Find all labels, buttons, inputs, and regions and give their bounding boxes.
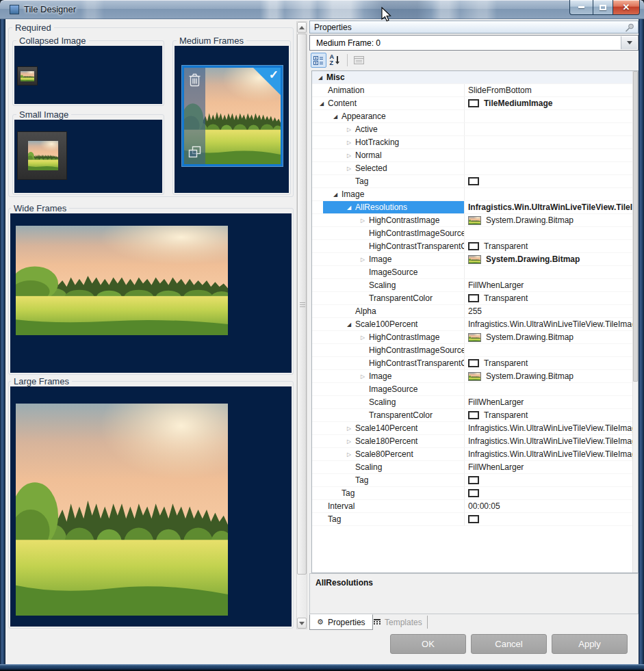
property-name-cell[interactable]: Tag	[312, 474, 464, 486]
wide-frame-image[interactable]	[16, 226, 228, 335]
expand-glyph[interactable]: ▷	[345, 425, 353, 432]
grid-row[interactable]: ▷Scale140PercentInfragistics.Win.UltraWi…	[312, 422, 632, 435]
maximize-button[interactable]	[593, 0, 613, 15]
collapse-glyph[interactable]: ◢	[345, 204, 353, 211]
property-value-cell[interactable]: FillWhenLarger	[464, 279, 632, 291]
value-checkbox[interactable]	[468, 489, 479, 497]
minimize-button[interactable]	[569, 0, 593, 15]
property-value-cell[interactable]	[464, 175, 632, 187]
property-name-cell[interactable]: Tag	[312, 175, 464, 187]
collapsed-image-thumbnail[interactable]	[17, 66, 38, 85]
property-name-cell[interactable]: ◢Content	[312, 97, 464, 109]
value-checkbox[interactable]	[468, 515, 479, 523]
pin-icon[interactable]	[624, 23, 634, 32]
grid-row[interactable]: ScalingFillWhenLarger	[312, 396, 632, 409]
property-name-cell[interactable]: HighContrastTransparentColor	[312, 240, 464, 252]
grid-row[interactable]: ▷Scale80PercentInfragistics.Win.UltraWin…	[312, 448, 632, 461]
grid-row[interactable]: ▷Image System.Drawing.Bitmap	[312, 253, 632, 266]
property-grid[interactable]: ◢MiscAnimationSlideFromBottom◢ContentTil…	[311, 70, 639, 573]
small-image-thumbnail[interactable]	[17, 131, 67, 180]
grid-scrollbar-thumb[interactable]	[633, 71, 638, 382]
property-name-cell[interactable]: ▷Normal	[312, 149, 464, 161]
property-name-cell[interactable]: ImageSource	[312, 266, 464, 278]
grid-row[interactable]: TransparentColorTransparent	[312, 292, 632, 305]
grid-row[interactable]: TransparentColorTransparent	[312, 409, 632, 422]
property-value-cell[interactable]	[464, 227, 632, 239]
scroll-up-button[interactable]	[297, 22, 307, 33]
property-value-cell[interactable]: TileMediumImage	[464, 97, 632, 109]
alphabetical-sort-button[interactable]: AZ	[327, 53, 343, 68]
grid-row[interactable]: HighContrastImageSource	[312, 344, 632, 357]
tab-templates[interactable]: Templates	[367, 614, 429, 630]
property-name-cell[interactable]: Scaling	[312, 279, 464, 291]
grid-row[interactable]: ▷HighContrastImage System.Drawing.Bitmap	[312, 331, 632, 344]
property-name-cell[interactable]: ▷Active	[312, 123, 464, 135]
property-pages-button[interactable]	[351, 53, 367, 68]
collapse-glyph[interactable]: ◢	[316, 74, 324, 81]
grid-row[interactable]: ▷Normal	[312, 149, 632, 162]
property-value-cell[interactable]	[464, 136, 632, 148]
property-value-cell[interactable]	[464, 188, 632, 200]
property-value-cell[interactable]	[464, 487, 632, 499]
grid-row[interactable]: ◢AllResolutionsInfragistics.Win.UltraWin…	[312, 201, 632, 214]
property-value-cell[interactable]: Transparent	[464, 409, 632, 421]
property-name-cell[interactable]: Scaling	[312, 396, 464, 408]
copy-icon[interactable]	[188, 146, 202, 159]
grid-row[interactable]: Tag	[312, 175, 632, 188]
property-name-cell[interactable]: TransparentColor	[312, 292, 464, 304]
property-value-cell[interactable]	[464, 162, 632, 174]
property-value-cell[interactable]	[464, 383, 632, 395]
expand-glyph[interactable]: ▷	[359, 256, 367, 263]
property-name-cell[interactable]: TransparentColor	[312, 409, 464, 421]
property-value-cell[interactable]: Infragistics.Win.UltraWinLiveTileView.Ti…	[464, 448, 632, 460]
grid-row[interactable]: ScalingFillWhenLarger	[312, 461, 632, 474]
expand-glyph[interactable]: ▷	[359, 217, 367, 224]
grid-row[interactable]: HighContrastImageSource	[312, 227, 632, 240]
frame-selector-dropdown-button[interactable]	[621, 36, 637, 49]
expand-glyph[interactable]: ▷	[345, 152, 353, 159]
property-value-cell[interactable]: FillWhenLarger	[464, 461, 632, 473]
property-name-cell[interactable]: ▷Image	[312, 253, 464, 265]
grid-row[interactable]: ImageSource	[312, 383, 632, 396]
property-value-cell[interactable]: Transparent	[464, 357, 632, 369]
property-value-cell[interactable]: FillWhenLarger	[464, 396, 632, 408]
property-value-cell[interactable]	[464, 71, 632, 83]
property-name-cell[interactable]: ▷HighContrastImage	[312, 214, 464, 226]
cancel-button[interactable]: Cancel	[471, 634, 547, 654]
property-value-cell[interactable]: System.Drawing.Bitmap	[464, 370, 632, 382]
expand-glyph[interactable]: ▷	[345, 139, 353, 146]
expand-glyph[interactable]: ▷	[345, 438, 353, 445]
property-value-cell[interactable]: Infragistics.Win.UltraWinLiveTileView.Ti…	[464, 422, 632, 434]
property-value-cell[interactable]: Transparent	[464, 292, 632, 304]
grid-row[interactable]: HighContrastTransparentColorTransparent	[312, 240, 632, 253]
property-name-cell[interactable]: ▷Selected	[312, 162, 464, 174]
grid-row[interactable]: ◢Image	[312, 188, 632, 201]
property-value-cell[interactable]	[464, 513, 632, 525]
property-value-cell[interactable]: Infragistics.Win.UltraWinLiveTileView.Ti…	[464, 435, 632, 447]
scrollbar-thumb[interactable]	[297, 34, 307, 575]
designer-scrollbar[interactable]	[296, 21, 307, 629]
collapse-glyph[interactable]: ◢	[318, 100, 326, 107]
property-name-cell[interactable]: Tag	[312, 513, 464, 525]
property-value-cell[interactable]	[464, 474, 632, 486]
property-name-cell[interactable]: Scaling	[312, 461, 464, 473]
value-checkbox[interactable]	[468, 99, 479, 107]
value-checkbox[interactable]	[468, 411, 479, 419]
expand-glyph[interactable]: ▷	[359, 334, 367, 341]
property-value-cell[interactable]	[464, 110, 632, 122]
collapse-glyph[interactable]: ◢	[331, 113, 339, 120]
property-name-cell[interactable]: HighContrastTransparentColor	[312, 357, 464, 369]
value-checkbox[interactable]	[468, 294, 479, 302]
grid-row[interactable]: ◢Scale100PercentInfragistics.Win.UltraWi…	[312, 318, 632, 331]
collapse-glyph[interactable]: ◢	[345, 321, 353, 328]
property-name-cell[interactable]: ▷Scale140Percent	[312, 422, 464, 434]
frame-selector-combobox[interactable]: Medium Frame: 0	[309, 35, 639, 51]
property-value-cell[interactable]	[464, 344, 632, 356]
grid-row[interactable]: ◢ContentTileMediumImage	[312, 97, 632, 110]
property-name-cell[interactable]: ▷Scale180Percent	[312, 435, 464, 447]
grid-row[interactable]: HighContrastTransparentColorTransparent	[312, 357, 632, 370]
scroll-down-button[interactable]	[297, 618, 307, 629]
value-checkbox[interactable]	[468, 476, 479, 484]
collapse-glyph[interactable]: ◢	[331, 191, 339, 198]
grid-row[interactable]: ▷HotTracking	[312, 136, 632, 149]
